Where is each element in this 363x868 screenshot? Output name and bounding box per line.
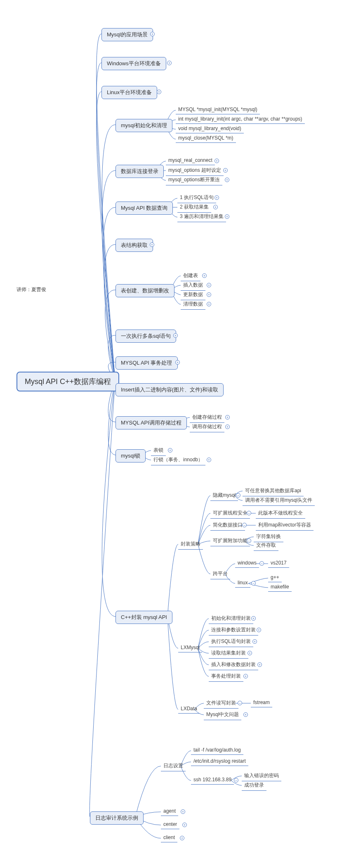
root-node[interactable]: Mysql API C++数据库编程 bbox=[16, 372, 119, 391]
leaf[interactable]: makefile bbox=[268, 583, 292, 592]
branch-init-cleanup[interactable]: mysql初始化和清理 bbox=[116, 119, 172, 132]
branch-multi-sql[interactable]: 一次执行多条sql语句 bbox=[116, 330, 176, 343]
leaf[interactable]: 执行SQL语句封装 bbox=[209, 637, 253, 647]
node-center[interactable]: center bbox=[161, 820, 179, 829]
node-hide-mysql[interactable]: 隐藏mysql bbox=[210, 491, 238, 501]
expand-icon[interactable]: + bbox=[257, 628, 261, 632]
leaf[interactable]: Mysql中文问题 bbox=[204, 710, 241, 720]
branch-binary-insert[interactable]: Insert插入二进制内容(图片、文件)和读取 bbox=[116, 383, 224, 396]
collapse-icon[interactable]: − bbox=[236, 493, 240, 498]
node-cross-platform[interactable]: 跨平台 bbox=[210, 569, 230, 579]
node-windows[interactable]: windows bbox=[235, 559, 259, 568]
expand-icon[interactable]: + bbox=[257, 662, 262, 667]
expand-icon[interactable]: + bbox=[207, 302, 211, 306]
expand-icon[interactable]: + bbox=[180, 836, 184, 840]
expand-icon[interactable]: + bbox=[168, 448, 172, 453]
leaf[interactable]: 初始化和清理封装 bbox=[209, 614, 253, 624]
node-wrap-strategy[interactable]: 封装策略 bbox=[178, 539, 203, 550]
leaf[interactable]: 1 执行SQL语句 bbox=[177, 193, 216, 203]
expand-icon[interactable]: + bbox=[225, 214, 229, 219]
leaf[interactable]: 此版本不做线程安全 bbox=[256, 508, 305, 519]
leaf[interactable]: tail -f /var/log/auth.log bbox=[191, 746, 243, 755]
leaf[interactable]: fstream bbox=[251, 698, 272, 707]
expand-icon[interactable]: + bbox=[243, 712, 248, 717]
branch-log-audit[interactable]: 日志审计系统示例 bbox=[90, 811, 144, 825]
leaf[interactable]: 调用存储过程 bbox=[190, 422, 224, 432]
expand-icon[interactable]: + bbox=[150, 32, 155, 36]
leaf[interactable]: 成功登录 bbox=[242, 780, 266, 791]
node-log-settings[interactable]: 日志设置 bbox=[161, 761, 186, 771]
expand-icon[interactable]: + bbox=[225, 415, 230, 420]
node-agent[interactable]: agent bbox=[161, 807, 178, 816]
collapse-icon[interactable]: − bbox=[238, 701, 242, 705]
expand-icon[interactable]: + bbox=[167, 61, 172, 65]
branch-windows-env[interactable]: Windows平台环境准备 bbox=[101, 57, 166, 70]
leaf[interactable]: g++ bbox=[268, 573, 282, 582]
leaf[interactable]: 可任意替换其他数据库api bbox=[243, 486, 304, 496]
expand-icon[interactable]: + bbox=[248, 651, 252, 655]
branch-transaction[interactable]: MYSQL API 事务处理 bbox=[116, 356, 178, 370]
node-ssh[interactable]: ssh 192.168.3.89 bbox=[191, 776, 234, 785]
leaf[interactable]: 创建表 bbox=[181, 271, 200, 281]
collapse-icon[interactable]: − bbox=[247, 538, 251, 543]
leaf[interactable]: mysql_options 超时设定 bbox=[166, 166, 224, 176]
expand-icon[interactable]: + bbox=[157, 90, 161, 94]
leaf[interactable]: int mysql_library_init(int argc, char **… bbox=[176, 115, 305, 124]
leaf[interactable]: 调用者不需要引用mysql头文件 bbox=[243, 496, 315, 506]
expand-icon[interactable]: + bbox=[252, 639, 257, 644]
branch-mysql-lock[interactable]: mysql锁 bbox=[116, 449, 146, 462]
leaf[interactable]: mysql_close(MYSQL *m) bbox=[176, 134, 236, 143]
node-file-rw[interactable]: 文件读写封装 bbox=[204, 698, 238, 709]
expand-icon[interactable]: + bbox=[207, 458, 211, 462]
branch-mysql-usage[interactable]: Mysql的应用场景 bbox=[101, 28, 153, 41]
expand-icon[interactable]: + bbox=[150, 242, 154, 247]
leaf[interactable]: 连接和参数设置封装 bbox=[209, 625, 258, 636]
branch-cpp-wrap[interactable]: C++封装 mysql API bbox=[116, 611, 172, 624]
expand-icon[interactable]: + bbox=[251, 616, 256, 621]
expand-icon[interactable]: + bbox=[181, 809, 185, 814]
expand-icon[interactable]: + bbox=[173, 333, 178, 338]
collapse-icon[interactable]: − bbox=[234, 778, 238, 783]
leaf[interactable]: 文件存取 bbox=[254, 541, 278, 551]
expand-icon[interactable]: + bbox=[223, 168, 228, 173]
leaf[interactable]: 创建存储过程 bbox=[190, 413, 224, 423]
leaf[interactable]: MYSQL *mysql_init(MYSQL *mysql) bbox=[176, 105, 260, 114]
collapse-icon[interactable]: − bbox=[247, 511, 251, 515]
branch-table-struct[interactable]: 表结构获取 bbox=[116, 239, 153, 252]
collapse-icon[interactable]: − bbox=[242, 523, 247, 527]
leaf[interactable]: 2 获取结果集 bbox=[177, 202, 211, 213]
expand-icon[interactable]: + bbox=[225, 178, 229, 182]
collapse-icon[interactable]: − bbox=[251, 581, 256, 586]
expand-icon[interactable]: + bbox=[175, 360, 180, 365]
branch-linux-env[interactable]: Linux平台环境准备 bbox=[101, 86, 157, 99]
branch-db-login[interactable]: 数据库连接登录 bbox=[116, 165, 164, 178]
expand-icon[interactable]: + bbox=[214, 195, 219, 200]
expand-icon[interactable]: + bbox=[182, 823, 187, 827]
node-extend-func[interactable]: 可扩展附加功能 bbox=[210, 536, 250, 546]
expand-icon[interactable]: + bbox=[207, 283, 211, 287]
expand-icon[interactable]: + bbox=[207, 292, 211, 297]
leaf[interactable]: mysql_real_connect bbox=[166, 156, 215, 165]
node-linux[interactable]: linux bbox=[235, 579, 250, 588]
leaf[interactable]: void mysql_library_end(void) bbox=[176, 124, 244, 133]
expand-icon[interactable]: + bbox=[202, 273, 207, 278]
leaf[interactable]: 插入和修改数据封装 bbox=[209, 660, 258, 670]
node-thread-safe[interactable]: 可扩展线程安全 bbox=[210, 508, 250, 519]
expand-icon[interactable]: + bbox=[243, 674, 248, 678]
collapse-icon[interactable]: − bbox=[259, 561, 264, 566]
node-simplify-iface[interactable]: 简化数据接口 bbox=[210, 520, 245, 531]
leaf[interactable]: 表锁 bbox=[151, 446, 166, 456]
leaf[interactable]: 行锁（事务、innodb） bbox=[151, 455, 205, 465]
leaf[interactable]: 输入错误的密码 bbox=[242, 771, 281, 781]
leaf[interactable]: mysql_options断开重连 bbox=[166, 175, 222, 185]
node-client[interactable]: client bbox=[161, 833, 177, 842]
leaf[interactable]: 清理数据 bbox=[181, 299, 205, 310]
leaf[interactable]: 插入数据 bbox=[181, 280, 205, 291]
leaf[interactable]: 利用map和vector等容器 bbox=[256, 520, 314, 531]
expand-icon[interactable]: + bbox=[213, 205, 218, 209]
expand-icon[interactable]: + bbox=[214, 159, 219, 163]
leaf[interactable]: 事务处理封装 bbox=[209, 671, 243, 682]
node-lxmysql[interactable]: LXMysql bbox=[178, 643, 202, 652]
branch-table-crud[interactable]: 表创建、数据增删改 bbox=[116, 284, 174, 297]
branch-stored-proc[interactable]: MYSQL API调用存储过程 bbox=[116, 416, 187, 429]
